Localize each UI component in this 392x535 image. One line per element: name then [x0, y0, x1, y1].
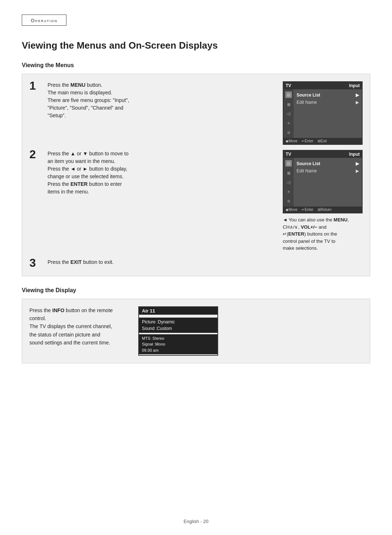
tv-menu2-source-arrow: ▶: [356, 161, 359, 166]
step2-number: 2: [29, 148, 42, 160]
step2-text: Press the ▲ or ▼ button to move to an it…: [48, 150, 149, 196]
tv-menu1-header-left: TV: [286, 83, 291, 88]
steps-box: 1 Press the MENU button. The main menu i…: [22, 74, 370, 276]
tv-icon2-speaker: ◁): [285, 179, 292, 185]
step1-text: Press the MENU button. The main menu is …: [48, 81, 149, 119]
tv-menu2-editname-label: Edit Name: [297, 168, 317, 173]
tv-menu1-header: TV Input: [283, 82, 362, 89]
step1-row: 1 Press the MENU button. The main menu i…: [29, 81, 363, 145]
step3-bold1: EXIT: [70, 259, 82, 265]
section1-heading: Viewing the Menus: [22, 62, 370, 69]
tv-menu2-source-label: Source List: [297, 161, 320, 166]
section-viewing-menus: Viewing the Menus 1 Press the MENU butto…: [22, 62, 370, 276]
tv-menu2-items: Source List ▶ Edit Name ▶: [294, 158, 362, 207]
step1-line2: The main menu is displayed.: [48, 90, 112, 95]
page-title: Viewing the Menus and On-Screen Displays: [22, 40, 370, 51]
tv-menu2-footer: ◆Move ↵Enter ⊞Return: [283, 207, 362, 213]
tv-menu1-editname-arrow: ▶: [356, 100, 359, 105]
info-display-picture-sound: Picture :Dynamic Sound :Custom: [139, 318, 217, 333]
display-text: Press the INFO button on the remote cont…: [29, 306, 131, 347]
step1-line4: "Picture", "Sound", "Channel" and: [48, 105, 123, 111]
info-display-time: 09:30 am: [142, 348, 159, 352]
tv-menu2-item-source: Source List ▶: [297, 160, 359, 167]
operation-label: Operation: [31, 18, 57, 23]
tv-icon2-grid: ▦: [285, 170, 292, 176]
main-content: Viewing the Menus and On-Screen Displays…: [22, 40, 370, 363]
tv-menu1-body: ⊡ ▦ ◁) ✕ ⚙ Source List ▶: [283, 89, 362, 138]
tv-menu2-header: TV Input: [283, 151, 362, 158]
tv-menu2-item-editname: Edit Name ▶: [297, 167, 359, 175]
tv-menu1-footer-exit: ⊞Exit: [318, 139, 327, 143]
tv-menu2-header-right: Input: [349, 152, 360, 157]
step1-bold1: MENU: [70, 82, 85, 88]
side-note-vol: VOL+/−: [301, 224, 318, 230]
tv-menu1-footer: ◆Move ↵Enter ⊞Exit: [283, 138, 362, 144]
tv-menu1-source-label: Source List: [297, 93, 320, 98]
tv-menu2-footer-return: ⊞Return: [318, 208, 331, 212]
side-note-menu: MENU: [334, 217, 347, 222]
tv-menu2-footer-move: ◆Move: [286, 208, 297, 212]
tv-menu1-icons: ⊡ ▦ ◁) ✕ ⚙: [283, 89, 294, 138]
tv-menu2-icons: ⊡ ▦ ◁) ✕ ⚙: [283, 158, 294, 207]
tv-menu1-footer-move: ◆Move: [286, 139, 297, 143]
tv-icon-antenna: ⊡: [285, 91, 292, 98]
tv-icon-speaker: ◁): [285, 110, 292, 117]
tv-menu2-editname-arrow: ▶: [356, 168, 359, 173]
tv-menu-box-1: TV Input ⊡ ▦ ◁) ✕ ⚙: [283, 81, 363, 145]
tv-menu2-header-left: TV: [286, 152, 291, 157]
tv-menu1-items: Source List ▶ Edit Name ▶: [294, 89, 362, 138]
tv-menu1-editname-label: Edit Name: [297, 100, 317, 105]
info-display-picture: Picture :Dynamic: [142, 319, 175, 324]
step2-screen: TV Input ⊡ ▦ ◁) ✕ ⚙: [283, 150, 363, 252]
info-display-sound: Sound :Custom: [142, 326, 172, 331]
info-display-signal: Signal :Mono: [142, 342, 165, 346]
tv-menu-box-2: TV Input ⊡ ▦ ◁) ✕ ⚙: [283, 150, 363, 213]
display-info-bold: INFO: [52, 307, 64, 313]
step2-content: 2 Press the ▲ or ▼ button to move to an …: [29, 150, 275, 196]
operation-label-box: Operation: [22, 15, 66, 26]
tv-icon2-settings: ⚙: [285, 198, 292, 204]
tv-menu1-source-arrow: ▶: [356, 93, 359, 98]
info-display-bottom: MTS :Stereo Signal :Mono 09:30 am: [139, 334, 217, 355]
step1-number: 1: [29, 80, 42, 91]
tv-menu1-footer-enter: ↵Enter: [302, 139, 313, 143]
tv-icon-grid: ▦: [285, 101, 292, 107]
step1-screen: TV Input ⊡ ▦ ◁) ✕ ⚙: [283, 81, 363, 145]
step2-bold1: ENTER: [70, 181, 87, 187]
step3-row: 3 Press the EXIT button to exit.: [29, 257, 363, 269]
tv-icon2-x: ✕: [285, 188, 292, 195]
tv-icon2-antenna: ⊡: [285, 160, 292, 167]
info-display-mts: MTS :Stereo: [142, 336, 164, 340]
info-display-box: Air 11 Picture :Dynamic Sound :Custom MT…: [138, 306, 218, 356]
tv-icon-settings: ⚙: [285, 129, 292, 136]
step1-line3: There are five menu groups: "Input",: [48, 97, 129, 103]
step3-text: Press the EXIT button to exit.: [48, 258, 149, 266]
tv-menu1-header-right: Input: [349, 83, 360, 88]
page-number: English - 20: [0, 519, 392, 524]
section-viewing-display: Viewing the Display Press the INFO butto…: [22, 287, 370, 364]
tv-icon-x: ✕: [285, 120, 292, 126]
tv-menu1-item-editname: Edit Name ▶: [297, 99, 359, 106]
tv-menu1-item-source: Source List ▶: [297, 91, 359, 99]
tv-menu2-body: ⊡ ▦ ◁) ✕ ⚙ Source List ▶: [283, 158, 362, 207]
info-display-header: Air 11: [139, 307, 217, 315]
step2-row: 2 Press the ▲ or ▼ button to move to an …: [29, 150, 363, 252]
display-instruction-box: Press the INFO button on the remote cont…: [22, 299, 370, 364]
step1-content: 1 Press the MENU button. The main menu i…: [29, 81, 275, 119]
step3-number: 3: [29, 257, 42, 269]
section2-heading: Viewing the Display: [22, 287, 370, 294]
side-note-enter: ENTER: [288, 231, 304, 237]
side-note: ◄ You can also use the MENU, CH∧/∨, VOL+…: [283, 216, 363, 252]
tv-menu2-footer-enter: ↵Enter: [302, 208, 313, 212]
step1-line5: "Setup".: [48, 113, 66, 118]
